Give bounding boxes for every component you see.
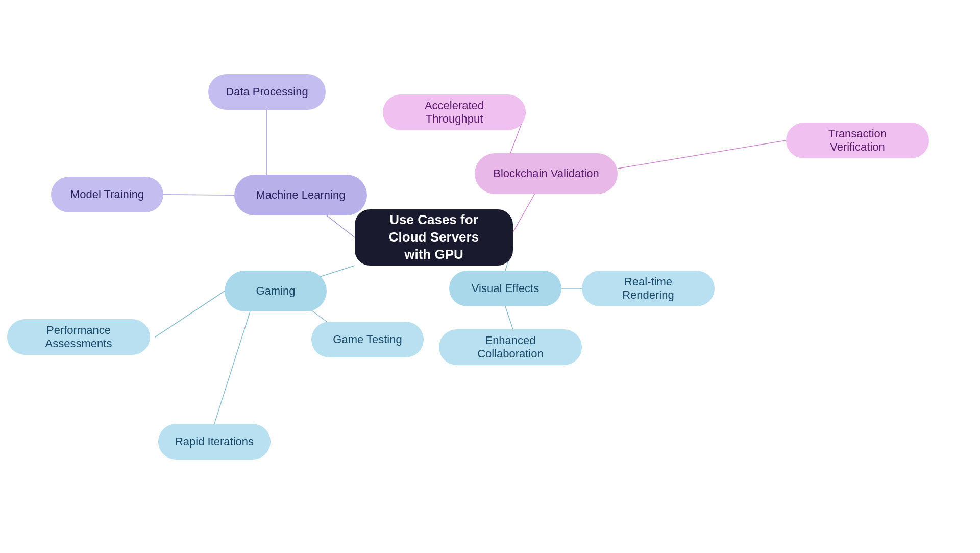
center-node[interactable]: Use Cases for Cloud Serverswith GPU: [355, 209, 513, 266]
game-testing-node[interactable]: Game Testing: [311, 322, 424, 357]
realtime-rendering-node[interactable]: Real-time Rendering: [582, 271, 715, 306]
svg-line-8: [214, 311, 250, 424]
data-processing-node[interactable]: Data Processing: [208, 74, 326, 110]
enhanced-collaboration-node[interactable]: Enhanced Collaboration: [439, 329, 582, 365]
gaming-node[interactable]: Gaming: [225, 271, 327, 311]
blockchain-validation-node[interactable]: Blockchain Validation: [475, 153, 618, 194]
visual-effects-node[interactable]: Visual Effects: [449, 271, 561, 306]
svg-line-2: [163, 195, 234, 195]
transaction-verification-node[interactable]: Transaction Verification: [786, 123, 929, 158]
svg-line-5: [618, 140, 786, 169]
svg-line-12: [505, 306, 513, 329]
rapid-iterations-node[interactable]: Rapid Iterations: [158, 424, 271, 460]
accelerated-throughput-node[interactable]: Accelerated Throughput: [383, 94, 526, 130]
performance-assessments-node[interactable]: Performance Assessments: [7, 319, 150, 355]
svg-line-7: [155, 291, 225, 337]
machine-learning-node[interactable]: Machine Learning: [234, 175, 367, 215]
model-training-node[interactable]: Model Training: [51, 177, 163, 212]
